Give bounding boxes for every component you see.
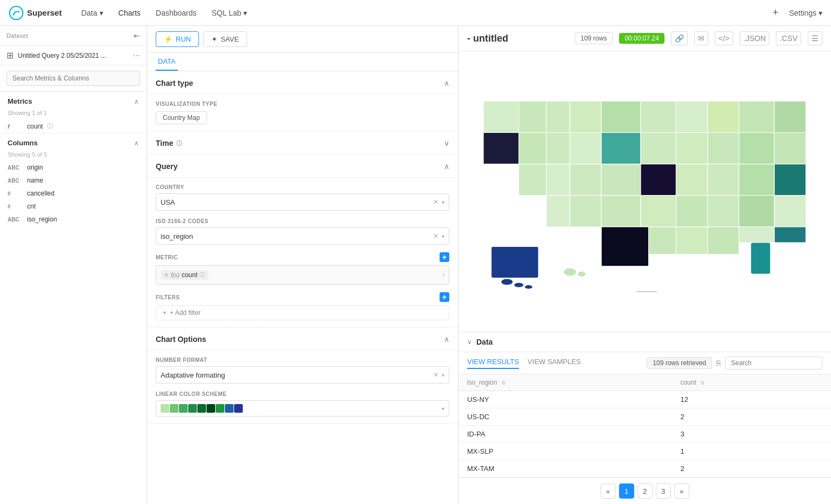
time-section-header[interactable]: Time ⓘ ∨ — [147, 131, 458, 154]
link-icon[interactable]: 🔗 — [671, 31, 688, 45]
vis-type-badge[interactable]: Country Map — [156, 111, 207, 124]
data-section: ∨ Data VIEW RESULTS VIEW SAMPLES 109 row… — [458, 332, 831, 504]
nav-charts[interactable]: Charts — [112, 5, 147, 21]
more-options-icon[interactable]: ⋯ — [133, 51, 140, 59]
chart-type-section-header[interactable]: Chart type ∧ — [147, 71, 458, 95]
query-title: Query — [156, 162, 177, 171]
svg-rect-27 — [708, 164, 739, 196]
metric-field: ✕ f(x) count ⓘ › — [156, 265, 449, 285]
column-cnt[interactable]: # cnt — [0, 200, 147, 213]
data-collapse-icon[interactable]: ∨ — [467, 338, 472, 346]
country-clear-icon[interactable]: ✕ — [433, 198, 438, 206]
run-button[interactable]: ⚡ RUN — [156, 31, 199, 47]
search-input[interactable] — [6, 71, 140, 86]
metric-label: METRIC + — [156, 252, 449, 262]
csv-button[interactable]: .CSV — [776, 31, 801, 45]
metric-count-item[interactable]: f count ⓘ — [0, 119, 147, 133]
iso-dropdown-icon[interactable]: ▾ — [442, 233, 444, 239]
tab-view-results[interactable]: VIEW RESULTS — [467, 358, 519, 369]
svg-point-0 — [10, 6, 23, 19]
iso-value: iso_region — [161, 232, 430, 240]
copy-icon[interactable]: ⎘ — [716, 359, 721, 367]
json-button[interactable]: .JSON — [740, 31, 769, 45]
columns-section-header[interactable]: Columns ∧ — [0, 133, 147, 150]
color-swatch — [207, 404, 215, 413]
svg-rect-10 — [774, 101, 806, 132]
col-header-iso-region[interactable]: iso_region ⇅ — [458, 374, 672, 391]
color-swatch — [216, 404, 224, 413]
more-options-icon[interactable]: ☰ — [808, 31, 822, 45]
pagination-prev[interactable]: « — [601, 483, 616, 499]
pagination-page-1[interactable]: 1 — [619, 483, 634, 499]
nav-sqllab[interactable]: SQL Lab ▾ — [205, 5, 254, 21]
data-search-input[interactable] — [725, 357, 822, 369]
svg-rect-30 — [547, 196, 570, 227]
code-icon[interactable]: </> — [715, 31, 733, 45]
svg-rect-31 — [570, 196, 601, 227]
iso-label: ISO 3166-2 CODES — [156, 218, 449, 224]
svg-rect-3 — [547, 101, 570, 132]
nav-settings[interactable]: Settings ▾ — [789, 9, 822, 17]
col-header-count[interactable]: count ⇅ — [672, 374, 831, 391]
svg-rect-7 — [676, 101, 708, 132]
nav-dashboards[interactable]: Dashboards — [149, 5, 203, 21]
metric-chip-expand[interactable]: › — [442, 271, 444, 279]
tab-data[interactable]: DATA — [156, 53, 178, 71]
save-button[interactable]: ✦ SAVE — [203, 31, 247, 47]
svg-rect-15 — [601, 132, 641, 164]
nav-data[interactable]: Data ▾ — [75, 5, 110, 21]
iso-select[interactable]: iso_region ✕ ▾ — [156, 227, 449, 245]
color-scheme-label: LINEAR COLOR SCHEME — [156, 391, 449, 397]
dataset-selector[interactable]: ⊞ Untitled Query 2 05/25/2021 ... ⋯ — [0, 46, 147, 65]
cell-iso-region: US-NY — [458, 391, 672, 408]
iso-clear-icon[interactable]: ✕ — [433, 232, 438, 240]
svg-rect-21 — [519, 164, 547, 196]
email-icon[interactable]: ✉ — [694, 31, 708, 45]
column-iso-region[interactable]: ABC iso_region — [0, 213, 147, 226]
metric-chip[interactable]: ✕ f(x) count ⓘ — [161, 270, 208, 280]
column-origin[interactable]: ABC origin — [0, 161, 147, 174]
pagination-next[interactable]: » — [674, 483, 689, 499]
pagination-page-2[interactable]: 2 — [637, 483, 653, 499]
metric-chip-close[interactable]: ✕ — [164, 272, 169, 279]
pagination-page-3[interactable]: 3 — [656, 483, 671, 499]
column-cancelled[interactable]: # cancelled — [0, 187, 147, 200]
country-label: COUNTRY — [156, 184, 449, 190]
svg-rect-29 — [774, 164, 806, 196]
country-select[interactable]: USA ✕ ▾ — [156, 193, 449, 211]
color-scheme-dropdown-icon[interactable]: ▾ — [442, 406, 444, 412]
svg-rect-16 — [641, 132, 676, 164]
svg-rect-32 — [601, 196, 641, 227]
logo[interactable]: Superset — [9, 5, 62, 21]
svg-rect-22 — [547, 164, 570, 196]
column-name[interactable]: ABC name — [0, 174, 147, 187]
cell-count: 12 — [672, 391, 831, 408]
cell-count: 1 — [672, 443, 831, 460]
time-toggle: ∨ — [444, 139, 449, 147]
chart-options-section-header[interactable]: Chart Options ∧ — [147, 327, 458, 351]
superset-logo-icon — [9, 5, 24, 21]
metrics-section-header[interactable]: Metrics ∧ — [0, 92, 147, 109]
data-table: iso_region ⇅ count ⇅ US-NY 12 US-DC 2 ID… — [458, 374, 831, 478]
country-dropdown-icon[interactable]: ▾ — [442, 199, 444, 205]
svg-rect-42 — [739, 227, 774, 243]
color-scheme-select[interactable]: ▾ — [156, 400, 449, 416]
svg-rect-12 — [519, 132, 547, 164]
table-row: US-NY 12 — [458, 391, 831, 408]
svg-rect-23 — [570, 164, 601, 196]
svg-rect-26 — [676, 164, 708, 196]
sidebar-collapse-icon[interactable]: ⇤ — [134, 31, 140, 40]
svg-rect-9 — [739, 101, 774, 132]
add-button[interactable]: + — [768, 5, 783, 21]
number-format-dropdown-icon[interactable]: ▾ — [442, 372, 444, 378]
cell-iso-region: MX-SLP — [458, 443, 672, 460]
add-filter-button[interactable]: + + Add filter — [156, 305, 449, 320]
tab-view-samples[interactable]: VIEW SAMPLES — [528, 358, 581, 369]
filters-add-button[interactable]: + — [440, 292, 449, 302]
number-format-clear-icon[interactable]: ✕ — [433, 371, 438, 379]
query-section-header[interactable]: Query ∧ — [147, 154, 458, 178]
number-format-select[interactable]: Adaptative formating ✕ ▾ — [156, 366, 449, 384]
color-swatch — [197, 404, 206, 413]
data-section-header[interactable]: ∨ Data — [458, 332, 831, 352]
metric-add-button[interactable]: + — [440, 252, 449, 262]
